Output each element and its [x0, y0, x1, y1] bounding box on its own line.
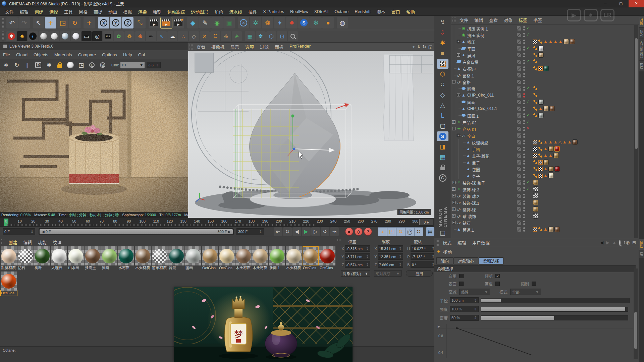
- specular-material-icon[interactable]: [60, 31, 70, 41]
- knife-icon[interactable]: ✒: [146, 31, 156, 41]
- object-name[interactable]: 包圈: [472, 167, 480, 172]
- key-parameter-button[interactable]: Ⓟ: [405, 227, 414, 236]
- rotation-b-field[interactable]: 0 °⇕: [411, 261, 436, 268]
- visibility-dots[interactable]: [523, 40, 525, 44]
- position-z-field[interactable]: -0.574 cm⇕: [345, 261, 370, 268]
- new-panel-icon[interactable]: ⊞: [632, 240, 636, 245]
- octane-tag-icon[interactable]: S: [437, 131, 448, 141]
- texture-tag-icon[interactable]: [533, 227, 537, 232]
- tree-row[interactable]: +✳装饰-球 盖子✓: [451, 179, 634, 186]
- live-viewer-menu-item[interactable]: Help: [120, 52, 135, 57]
- object-name[interactable]: 钻石: [463, 220, 471, 226]
- live-viewer-menu-item[interactable]: Gui: [135, 52, 148, 57]
- tree-row[interactable]: ▲CHP_Circ_011.1▲: [451, 105, 634, 112]
- size-mode-dropdown[interactable]: 绝对尺寸▼: [374, 270, 402, 277]
- object-name[interactable]: 产品-02: [463, 120, 476, 125]
- menu-item[interactable]: Redshift: [352, 9, 374, 14]
- menu-item[interactable]: 插件: [245, 8, 260, 15]
- texture-tag-icon[interactable]: [533, 40, 537, 44]
- drag-handle[interactable]: [2, 31, 5, 41]
- material-item[interactable]: 钻石: [17, 246, 34, 270]
- spline-pen-icon[interactable]: ✎: [199, 17, 211, 28]
- selection-tag-icon[interactable]: ▲: [548, 140, 553, 144]
- tree-row[interactable]: 国画.1✓: [451, 112, 634, 119]
- xp-cache-icon[interactable]: ⇩: [437, 28, 448, 38]
- material-item[interactable]: OctGlos: [202, 246, 218, 270]
- drag-handle[interactable]: [435, 240, 439, 246]
- material-tag-icon[interactable]: [554, 146, 560, 152]
- editor-visibility-toggle[interactable]: [517, 53, 521, 57]
- editor-visibility-toggle[interactable]: [517, 194, 521, 198]
- cluster-icon[interactable]: ⬡: [266, 31, 276, 41]
- tree-row[interactable]: +▲挤压▲▲▲▲: [451, 38, 634, 45]
- drag-handle[interactable]: [337, 239, 340, 243]
- viewport-menu-item[interactable]: 查看: [194, 44, 208, 50]
- material-tag-icon[interactable]: [564, 39, 569, 44]
- expand-toggle[interactable]: +: [457, 53, 460, 57]
- mix-material-icon[interactable]: [71, 31, 81, 41]
- search-icon[interactable]: [619, 240, 621, 245]
- object-name[interactable]: 国画.1: [467, 113, 479, 119]
- checkbox-启用[interactable]: [459, 274, 464, 278]
- object-name[interactable]: 窗格.1: [463, 73, 474, 78]
- menu-item[interactable]: 模拟: [120, 8, 135, 15]
- material-item[interactable]: 树叶: [34, 246, 51, 270]
- expand-toggle[interactable]: −: [457, 134, 460, 137]
- material-thumbnail[interactable]: [185, 246, 201, 265]
- phong-tag-icon[interactable]: [533, 46, 538, 51]
- object-name[interactable]: 球-装饰: [463, 214, 476, 219]
- texture-tag-icon[interactable]: [533, 147, 537, 151]
- material-tag-icon[interactable]: [572, 139, 578, 145]
- material-thumbnail[interactable]: [101, 246, 117, 265]
- visibility-dots[interactable]: [523, 60, 525, 64]
- material-tag-icon[interactable]: [548, 166, 554, 172]
- tree-row[interactable]: 右窗背景✓: [451, 58, 634, 65]
- editor-visibility-toggle[interactable]: [517, 127, 521, 131]
- phong-tag-icon[interactable]: [533, 113, 538, 118]
- menu-item[interactable]: X-Particles: [260, 9, 287, 14]
- menu-item[interactable]: 动画: [105, 8, 120, 15]
- object-name[interactable]: 屏风: [467, 53, 475, 58]
- texture-tag-icon[interactable]: [538, 174, 543, 178]
- material-tag-icon[interactable]: [554, 227, 560, 232]
- live-viewer-menu-item[interactable]: File: [0, 52, 13, 57]
- menu-item[interactable]: 创建: [32, 8, 46, 15]
- paw-icon[interactable]: ❉: [221, 31, 231, 41]
- material-thumbnail[interactable]: [202, 246, 218, 265]
- material-item[interactable]: 瓶身材质: [1, 246, 17, 270]
- visibility-dots[interactable]: [523, 160, 525, 165]
- ies-light-icon[interactable]: ies: [103, 31, 113, 41]
- selection-tag-icon[interactable]: ▲: [543, 227, 548, 232]
- material-thumbnail[interactable]: [1, 246, 17, 265]
- material-tag-icon[interactable]: [533, 206, 538, 212]
- tree-row[interactable]: ◉挤压 实例.1✓: [451, 25, 634, 32]
- tree-row[interactable]: 圆盘✓: [451, 85, 634, 92]
- render-settings-icon[interactable]: ▶: [173, 17, 184, 28]
- materials-menu-item[interactable]: 创建: [5, 239, 20, 245]
- play-reverse-button[interactable]: ↺: [321, 227, 329, 236]
- attributes-menu-item[interactable]: 用户数据: [469, 239, 493, 246]
- material-tag-icon[interactable]: [533, 213, 538, 219]
- menu-item[interactable]: 运动图形: [188, 8, 211, 15]
- visibility-dots[interactable]: [523, 133, 525, 138]
- material-tag-icon[interactable]: [533, 200, 538, 205]
- editor-visibility-toggle[interactable]: [517, 80, 521, 84]
- visibility-dots[interactable]: [523, 174, 525, 178]
- section-header[interactable]: 柔和选择: [434, 265, 636, 272]
- material-tag-icon[interactable]: [548, 227, 554, 232]
- material-item[interactable]: 国画: [185, 246, 202, 270]
- tree-row[interactable]: +⌞0球-装饰: [451, 213, 634, 219]
- menu-item[interactable]: 渲染: [135, 8, 150, 15]
- live-viewer-menu-item[interactable]: Objects: [31, 52, 51, 57]
- expand-toggle[interactable]: +: [457, 40, 460, 43]
- object-name[interactable]: CHP_Circ_011.1: [467, 106, 497, 111]
- om-menu-item[interactable]: 对象: [501, 17, 516, 23]
- checkbox-限制[interactable]: [532, 282, 536, 286]
- phong-tag-icon[interactable]: [538, 153, 543, 158]
- visibility-dots[interactable]: [523, 107, 525, 111]
- convert-object-icon[interactable]: ↯: [437, 17, 448, 27]
- menu-item[interactable]: RealFlow: [287, 9, 311, 14]
- selection-tag-icon[interactable]: ▲: [548, 39, 553, 44]
- selection-tag-icon[interactable]: ▲: [553, 39, 558, 44]
- material-item[interactable]: OctGlos: [219, 246, 235, 270]
